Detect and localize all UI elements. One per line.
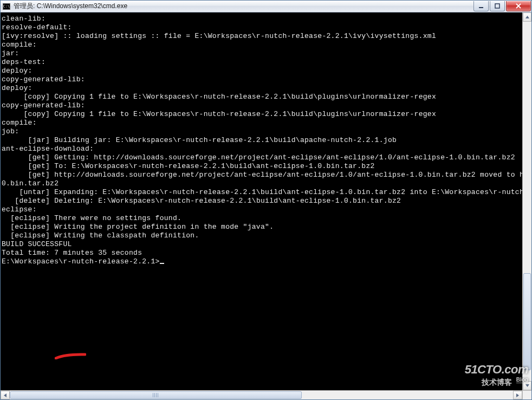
console-line: deploy:	[2, 67, 530, 75]
console-line: [copy] Copying 1 file to E:\Workspaces\r…	[2, 93, 530, 101]
console-line: [eclipse] There were no settings found.	[2, 214, 530, 223]
console-line: E:\Workspaces\r-nutch-release-2.2.1>	[2, 257, 530, 266]
scroll-left-button[interactable]	[1, 391, 10, 399]
console-line: ant-eclipse-download:	[2, 145, 530, 153]
console-line: [untar] Expanding: E:\Workspaces\r-nutch…	[2, 188, 530, 197]
window-controls	[472, 1, 531, 12]
console-line: [copy] Copying 1 file to E:\Workspaces\r…	[2, 110, 530, 119]
console-line: 0.bin.tar.bz2	[2, 179, 530, 188]
console-line: compile:	[2, 41, 530, 49]
scroll-up-button[interactable]	[523, 12, 531, 22]
console-line: eclipse:	[2, 205, 530, 214]
console-line: compile:	[2, 119, 530, 127]
console-line: copy-generated-lib:	[2, 75, 530, 84]
window-title: 管理员: C:\Windows\system32\cmd.exe	[14, 2, 472, 11]
svg-rect-1	[495, 4, 499, 8]
red-annotation-mark	[55, 353, 86, 359]
cmd-window: C:\ 管理员: C:\Windows\system32\cmd.exe cle…	[0, 0, 532, 400]
scroll-down-button[interactable]	[523, 381, 531, 390]
console-output[interactable]: clean-lib:resolve-default:[ivy:resolve] …	[1, 12, 531, 390]
console-line: Total time: 7 minutes 35 seconds	[2, 249, 530, 257]
scroll-right-button[interactable]	[513, 391, 522, 399]
console-line: job:	[2, 127, 530, 136]
console-line: [eclipse] Writing the classpath definiti…	[2, 231, 530, 240]
console-line: resolve-default:	[2, 23, 530, 32]
maximize-button[interactable]	[490, 1, 505, 11]
console-line: [delete] Deleting: E:\Workspaces\r-nutch…	[2, 197, 530, 205]
close-button[interactable]	[506, 1, 531, 11]
console-line: clean-lib:	[2, 15, 530, 23]
horizontal-scroll-thumb[interactable]	[10, 391, 302, 399]
console-line: [get] Getting: http://downloads.sourcefo…	[2, 153, 530, 162]
vertical-scroll-track[interactable]	[523, 22, 531, 381]
vertical-scrollbar[interactable]	[522, 12, 531, 390]
console-area: clean-lib:resolve-default:[ivy:resolve] …	[1, 12, 531, 399]
horizontal-scrollbar[interactable]	[1, 390, 522, 399]
horizontal-scroll-track[interactable]	[10, 391, 513, 399]
minimize-button[interactable]	[473, 1, 489, 11]
console-line: copy-generated-lib:	[2, 101, 530, 110]
console-line: [ivy:resolve] :: loading settings :: fil…	[2, 32, 530, 41]
titlebar[interactable]: C:\ 管理员: C:\Windows\system32\cmd.exe	[1, 1, 531, 12]
console-line: BUILD SUCCESSFUL	[2, 240, 530, 249]
console-line: jar:	[2, 49, 530, 58]
cmd-icon: C:\	[3, 3, 10, 10]
console-line: [eclipse] Writing the project definition…	[2, 223, 530, 231]
scrollbar-corner	[522, 390, 531, 399]
cursor	[160, 263, 164, 264]
vertical-scroll-thumb[interactable]	[523, 273, 531, 370]
console-line: deploy:	[2, 84, 530, 93]
console-line: [get] http://downloads.sourceforge.net/p…	[2, 171, 530, 179]
console-line: [get] To: E:\Workspaces\r-nutch-release-…	[2, 162, 530, 171]
svg-rect-0	[479, 7, 483, 8]
console-line: deps-test:	[2, 58, 530, 67]
console-line: [jar] Building jar: E:\Workspaces\r-nutc…	[2, 136, 530, 145]
